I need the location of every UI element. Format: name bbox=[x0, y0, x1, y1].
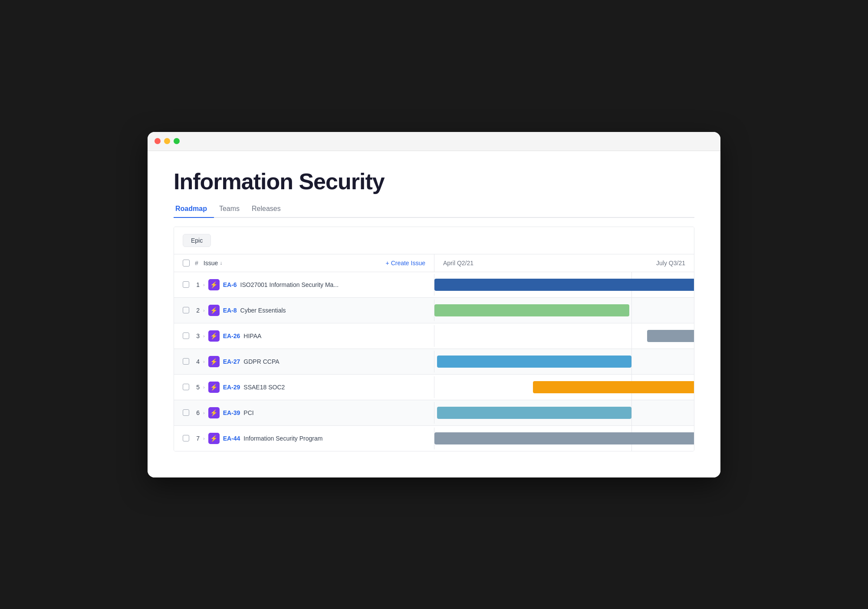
divider-3 bbox=[631, 323, 632, 349]
row-checkbox-4[interactable] bbox=[183, 358, 189, 365]
bolt-icon-1: ⚡ bbox=[210, 282, 217, 288]
header-right: April Q2/21 July Q3/21 bbox=[434, 254, 694, 272]
bolt-icon-3: ⚡ bbox=[210, 333, 217, 339]
gantt-bar-7 bbox=[434, 432, 694, 444]
tab-releases[interactable]: Releases bbox=[250, 201, 288, 218]
tab-roadmap[interactable]: Roadmap bbox=[174, 201, 214, 218]
expand-icon-4[interactable]: › bbox=[203, 359, 205, 364]
expand-icon-2[interactable]: › bbox=[203, 308, 205, 313]
issue-icon-7: ⚡ bbox=[208, 433, 220, 444]
select-all-checkbox[interactable] bbox=[183, 260, 190, 267]
minimize-button[interactable] bbox=[164, 138, 170, 144]
row-left-5: 5 › ⚡ EA-29 SSAE18 SOC2 bbox=[174, 376, 434, 398]
divider-4 bbox=[631, 349, 632, 374]
issue-icon-6: ⚡ bbox=[208, 407, 220, 418]
row-left-6: 6 › ⚡ EA-39 PCI bbox=[174, 402, 434, 424]
epic-filter-badge[interactable]: Epic bbox=[183, 234, 211, 247]
main-content: Information Security Roadmap Teams Relea… bbox=[148, 151, 720, 477]
tab-bar: Roadmap Teams Releases bbox=[174, 201, 694, 218]
row-checkbox-6[interactable] bbox=[183, 409, 189, 416]
issue-id-7[interactable]: EA-44 bbox=[223, 435, 240, 442]
row-checkbox-2[interactable] bbox=[183, 307, 189, 313]
row-left-1: 1 › ⚡ EA-6 ISO27001 Information Security… bbox=[174, 274, 434, 296]
q2-label: April Q2/21 bbox=[443, 260, 473, 267]
roadmap-table: Epic # Issue ↓ + Create Issue April Q2/2… bbox=[174, 227, 694, 451]
row-num-4: 4 bbox=[193, 358, 200, 365]
quarter-labels: April Q2/21 July Q3/21 bbox=[443, 260, 685, 267]
bolt-icon-6: ⚡ bbox=[210, 410, 217, 416]
create-issue-button[interactable]: + Create Issue bbox=[386, 260, 425, 267]
expand-icon-5[interactable]: › bbox=[203, 385, 205, 390]
divider-6 bbox=[631, 400, 632, 425]
gantt-bar-4 bbox=[437, 356, 632, 368]
issue-id-4[interactable]: EA-27 bbox=[223, 358, 240, 365]
expand-icon-3[interactable]: › bbox=[203, 333, 205, 339]
hash-column-header: # bbox=[195, 260, 198, 267]
expand-icon-1[interactable]: › bbox=[203, 282, 205, 287]
page-title: Information Security bbox=[174, 168, 694, 194]
issue-column-header[interactable]: Issue ↓ bbox=[204, 260, 222, 267]
header-left: # Issue ↓ + Create Issue bbox=[174, 254, 434, 272]
expand-icon-6[interactable]: › bbox=[203, 410, 205, 415]
issue-title-4: GDPR CCPA bbox=[243, 358, 279, 365]
table-header: # Issue ↓ + Create Issue April Q2/21 Jul… bbox=[174, 254, 694, 272]
traffic-lights bbox=[155, 138, 180, 144]
table-row: 7 › ⚡ EA-44 Information Security Program bbox=[174, 426, 694, 451]
issue-icon-5: ⚡ bbox=[208, 382, 220, 393]
gantt-bar-1 bbox=[434, 279, 694, 291]
row-num-6: 6 bbox=[193, 409, 200, 416]
divider-2 bbox=[631, 298, 632, 323]
gantt-bar-3 bbox=[647, 330, 694, 342]
row-checkbox-1[interactable] bbox=[183, 281, 189, 288]
issue-title-3: HIPAA bbox=[243, 332, 261, 339]
bolt-icon-5: ⚡ bbox=[210, 384, 217, 390]
row-gantt-2 bbox=[434, 298, 694, 323]
issue-id-2[interactable]: EA-8 bbox=[223, 307, 237, 314]
gantt-bar-2 bbox=[434, 304, 629, 316]
issue-icon-2: ⚡ bbox=[208, 305, 220, 316]
maximize-button[interactable] bbox=[174, 138, 180, 144]
filter-row: Epic bbox=[174, 227, 694, 254]
row-gantt-5 bbox=[434, 375, 694, 400]
row-num-3: 3 bbox=[193, 332, 200, 339]
close-button[interactable] bbox=[155, 138, 161, 144]
issue-title-1: ISO27001 Information Security Ma... bbox=[240, 281, 339, 288]
row-checkbox-5[interactable] bbox=[183, 384, 189, 390]
issue-icon-4: ⚡ bbox=[208, 356, 220, 367]
issue-id-5[interactable]: EA-29 bbox=[223, 384, 240, 391]
table-row: 3 › ⚡ EA-26 HIPAA bbox=[174, 323, 694, 349]
table-row: 4 › ⚡ EA-27 GDPR CCPA bbox=[174, 349, 694, 375]
row-left-7: 7 › ⚡ EA-44 Information Security Program bbox=[174, 428, 434, 449]
row-gantt-4 bbox=[434, 349, 694, 374]
bolt-icon-4: ⚡ bbox=[210, 359, 217, 365]
issue-title-5: SSAE18 SOC2 bbox=[243, 384, 285, 391]
tab-teams[interactable]: Teams bbox=[217, 201, 247, 218]
issue-id-1[interactable]: EA-6 bbox=[223, 281, 237, 288]
titlebar bbox=[148, 132, 720, 151]
issue-id-6[interactable]: EA-39 bbox=[223, 409, 240, 416]
expand-icon-7[interactable]: › bbox=[203, 436, 205, 441]
gantt-bar-6 bbox=[437, 407, 632, 419]
row-gantt-1 bbox=[434, 272, 694, 297]
table-row: 2 › ⚡ EA-8 Cyber Essentials bbox=[174, 298, 694, 323]
row-num-7: 7 bbox=[193, 435, 200, 442]
row-gantt-7 bbox=[434, 426, 694, 451]
gantt-bar-5 bbox=[533, 381, 694, 393]
row-num-1: 1 bbox=[193, 281, 200, 288]
bolt-icon-2: ⚡ bbox=[210, 307, 217, 313]
table-row: 6 › ⚡ EA-39 PCI bbox=[174, 400, 694, 426]
issue-title-6: PCI bbox=[243, 409, 253, 416]
bolt-icon-7: ⚡ bbox=[210, 435, 217, 441]
row-gantt-6 bbox=[434, 400, 694, 425]
issue-title-2: Cyber Essentials bbox=[240, 307, 286, 314]
issue-title-7: Information Security Program bbox=[243, 435, 322, 442]
issue-id-3[interactable]: EA-26 bbox=[223, 332, 240, 339]
row-checkbox-7[interactable] bbox=[183, 435, 189, 441]
row-left-3: 3 › ⚡ EA-26 HIPAA bbox=[174, 325, 434, 347]
row-left-4: 4 › ⚡ EA-27 GDPR CCPA bbox=[174, 351, 434, 372]
row-left-2: 2 › ⚡ EA-8 Cyber Essentials bbox=[174, 300, 434, 321]
row-checkbox-3[interactable] bbox=[183, 332, 189, 339]
table-row: 5 › ⚡ EA-29 SSAE18 SOC2 bbox=[174, 375, 694, 400]
sort-icon: ↓ bbox=[220, 260, 222, 266]
issue-icon-3: ⚡ bbox=[208, 330, 220, 342]
